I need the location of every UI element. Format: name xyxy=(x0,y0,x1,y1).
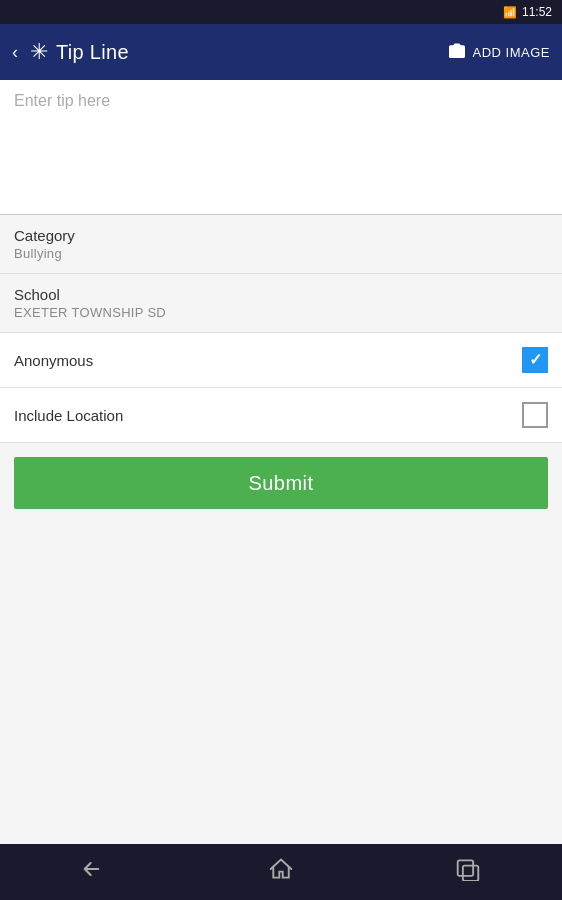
page-spacer xyxy=(0,523,562,844)
add-image-button[interactable]: ADD IMAGE xyxy=(447,42,550,62)
nav-back-button[interactable] xyxy=(81,858,107,886)
app-bar-left: ‹ ✳ Tip Line xyxy=(12,39,129,65)
school-label: School xyxy=(14,286,548,303)
submit-button[interactable]: Submit xyxy=(14,457,548,509)
nav-bar xyxy=(0,844,562,900)
app-title: Tip Line xyxy=(56,41,129,64)
tip-input-area xyxy=(0,80,562,215)
svg-rect-1 xyxy=(463,866,478,881)
clock: 11:52 xyxy=(522,5,552,19)
back-button[interactable]: ‹ xyxy=(12,42,18,63)
nav-home-button[interactable] xyxy=(268,857,294,887)
school-field[interactable]: School EXETER TOWNSHIP SD xyxy=(0,274,562,333)
app-logo-icon: ✳ xyxy=(30,39,48,65)
svg-rect-0 xyxy=(458,860,473,875)
main-content: Category Bullying School EXETER TOWNSHIP… xyxy=(0,80,562,844)
category-field[interactable]: Category Bullying xyxy=(0,215,562,274)
nav-recents-button[interactable] xyxy=(455,857,481,887)
app-bar: ‹ ✳ Tip Line ADD IMAGE xyxy=(0,24,562,80)
status-bar: 📶 11:52 xyxy=(0,0,562,24)
category-value: Bullying xyxy=(14,246,548,261)
tip-input[interactable] xyxy=(14,92,548,202)
location-label: Include Location xyxy=(14,407,123,424)
location-row: Include Location xyxy=(0,388,562,443)
wifi-icon: 📶 xyxy=(503,6,517,19)
category-label: Category xyxy=(14,227,548,244)
camera-icon xyxy=(447,42,467,62)
anonymous-label: Anonymous xyxy=(14,352,93,369)
anonymous-checkmark: ✓ xyxy=(529,352,542,368)
anonymous-row: Anonymous ✓ xyxy=(0,333,562,388)
add-image-label: ADD IMAGE xyxy=(473,45,550,60)
submit-section: Submit xyxy=(0,443,562,523)
location-checkbox[interactable] xyxy=(522,402,548,428)
anonymous-checkbox[interactable]: ✓ xyxy=(522,347,548,373)
school-value: EXETER TOWNSHIP SD xyxy=(14,305,548,320)
status-icons: 📶 11:52 xyxy=(503,5,552,19)
